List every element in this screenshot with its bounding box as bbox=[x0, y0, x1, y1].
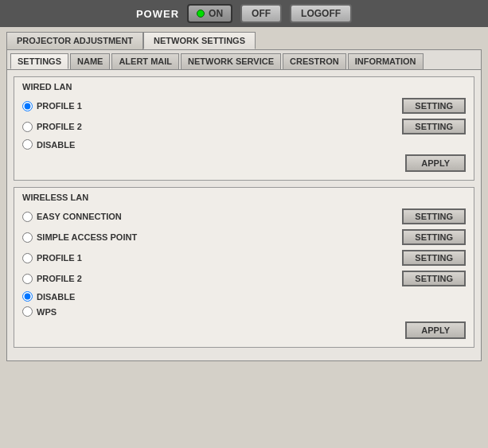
wired-disable-label: DISABLE bbox=[37, 140, 466, 150]
wired-profile1-label: PROFILE 1 bbox=[37, 101, 402, 111]
wireless-simple-setting-button[interactable]: SETTING bbox=[402, 229, 466, 245]
wired-apply-row: APPLY bbox=[22, 154, 466, 172]
tab-network-settings[interactable]: NETWORK SETTINGS bbox=[143, 32, 256, 49]
wireless-wps-row: WPS bbox=[22, 306, 466, 317]
outer-tabs: PROJECTOR ADJUSTMENT NETWORK SETTINGS bbox=[6, 32, 482, 49]
panel-body: WIRED LAN PROFILE 1 SETTING PROFILE 2 SE… bbox=[7, 70, 481, 360]
wireless-wps-radio[interactable] bbox=[22, 306, 33, 317]
wireless-wps-label: WPS bbox=[37, 307, 466, 317]
wireless-apply-row: APPLY bbox=[22, 321, 466, 339]
tab-alert-mail[interactable]: ALERT MAIL bbox=[111, 53, 179, 69]
tab-projector-adjustment[interactable]: PROJECTOR ADJUSTMENT bbox=[6, 32, 143, 49]
wired-disable-row: DISABLE bbox=[22, 139, 466, 150]
wireless-simple-row: SIMPLE ACCESS POINT SETTING bbox=[22, 229, 466, 245]
on-label: ON bbox=[209, 8, 223, 19]
wireless-simple-radio[interactable] bbox=[22, 232, 33, 243]
network-panel: SETTINGS NAME ALERT MAIL NETWORK SERVICE… bbox=[6, 49, 482, 361]
wired-disable-radio[interactable] bbox=[22, 139, 33, 150]
wireless-disable-row: DISABLE bbox=[22, 291, 466, 302]
wireless-profile2-label: PROFILE 2 bbox=[37, 274, 402, 283]
wireless-apply-button[interactable]: APPLY bbox=[405, 321, 466, 339]
wired-profile2-radio[interactable] bbox=[22, 122, 33, 132]
tab-network-service[interactable]: NETWORK SERVICE bbox=[181, 53, 281, 69]
logoff-button[interactable]: LOGOFF bbox=[290, 4, 352, 23]
top-bar: POWER ON OFF LOGOFF bbox=[0, 0, 488, 27]
wired-profile1-setting-button[interactable]: SETTING bbox=[402, 98, 466, 114]
wired-lan-title: WIRED LAN bbox=[22, 82, 466, 92]
wired-apply-button[interactable]: APPLY bbox=[405, 154, 466, 172]
on-button[interactable]: ON bbox=[187, 4, 232, 23]
tab-crestron[interactable]: CRESTRON bbox=[283, 53, 346, 69]
wired-profile1-row: PROFILE 1 SETTING bbox=[22, 98, 466, 114]
wireless-disable-label: DISABLE bbox=[37, 292, 466, 302]
inner-tabs: SETTINGS NAME ALERT MAIL NETWORK SERVICE… bbox=[7, 50, 481, 70]
wireless-profile1-label: PROFILE 1 bbox=[37, 253, 402, 263]
main-area: PROJECTOR ADJUSTMENT NETWORK SETTINGS SE… bbox=[0, 27, 488, 448]
tab-information[interactable]: INFORMATION bbox=[348, 53, 424, 69]
wireless-easy-radio[interactable] bbox=[22, 212, 33, 222]
wireless-profile2-row: PROFILE 2 SETTING bbox=[22, 271, 466, 286]
wireless-profile2-radio[interactable] bbox=[22, 274, 33, 284]
wireless-profile1-radio[interactable] bbox=[22, 253, 33, 263]
power-label: POWER bbox=[136, 8, 179, 20]
wireless-easy-label: EASY CONNECTION bbox=[37, 212, 402, 221]
wireless-simple-label: SIMPLE ACCESS POINT bbox=[37, 232, 402, 242]
wired-profile2-row: PROFILE 2 SETTING bbox=[22, 119, 466, 134]
wireless-profile2-setting-button[interactable]: SETTING bbox=[402, 271, 466, 286]
wireless-easy-row: EASY CONNECTION SETTING bbox=[22, 208, 466, 224]
wireless-profile1-row: PROFILE 1 SETTING bbox=[22, 250, 466, 266]
wireless-disable-radio[interactable] bbox=[22, 291, 33, 302]
wired-lan-section: WIRED LAN PROFILE 1 SETTING PROFILE 2 SE… bbox=[14, 76, 474, 181]
wireless-lan-section: WIRELESS LAN EASY CONNECTION SETTING SIM… bbox=[14, 187, 474, 348]
tab-name[interactable]: NAME bbox=[70, 53, 110, 69]
wireless-profile1-setting-button[interactable]: SETTING bbox=[402, 250, 466, 266]
wireless-lan-title: WIRELESS LAN bbox=[22, 193, 466, 202]
wired-profile1-radio[interactable] bbox=[22, 101, 33, 111]
wired-profile2-setting-button[interactable]: SETTING bbox=[402, 119, 466, 134]
led-indicator bbox=[197, 10, 205, 18]
off-button[interactable]: OFF bbox=[240, 4, 282, 23]
wireless-easy-setting-button[interactable]: SETTING bbox=[402, 208, 466, 224]
tab-settings[interactable]: SETTINGS bbox=[10, 53, 68, 69]
wired-profile2-label: PROFILE 2 bbox=[37, 122, 402, 131]
